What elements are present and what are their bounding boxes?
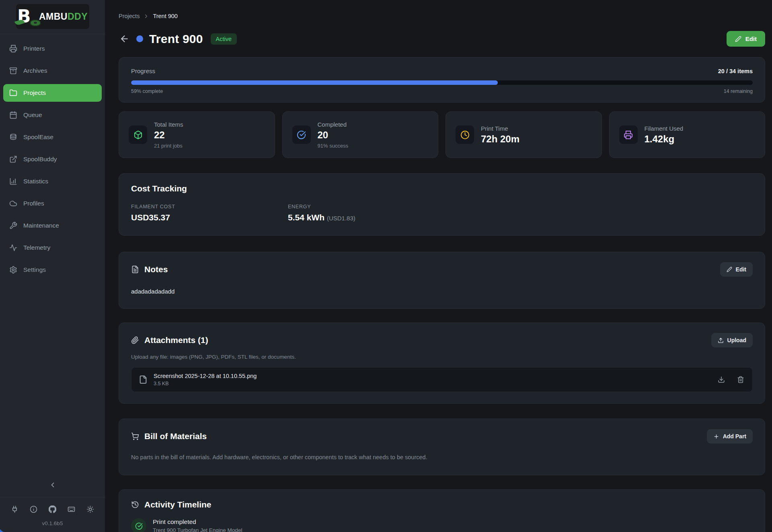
bom-empty-text: No parts in the bill of materials. Add h… xyxy=(131,454,753,460)
energy-label: ENERGY xyxy=(288,204,753,210)
stat-label: Total Items xyxy=(154,121,183,128)
sidebar-item-label: Statistics xyxy=(23,178,48,185)
stat-icon-box xyxy=(129,125,147,144)
paperclip-icon xyxy=(131,336,139,344)
back-button[interactable] xyxy=(119,33,130,45)
sidebar-item-settings[interactable]: Settings xyxy=(3,261,102,279)
sidebar-item-projects[interactable]: Projects xyxy=(3,84,102,102)
sidebar-item-spoolbuddy[interactable]: SpoolBuddy xyxy=(3,150,102,168)
sidebar-item-statistics[interactable]: Statistics xyxy=(3,173,102,190)
sidebar-item-spoolease[interactable]: SpoolEase xyxy=(3,128,102,146)
package-icon xyxy=(133,130,143,140)
attachments-title: Attachments (1) xyxy=(144,335,208,345)
sidebar-item-profiles[interactable]: Profiles xyxy=(3,195,102,212)
shopping-cart-icon xyxy=(131,432,139,440)
timeline-title: Activity Timeline xyxy=(144,500,211,509)
edit-project-button[interactable]: Edit xyxy=(727,31,765,47)
cost-tracking-title: Cost Tracking xyxy=(131,184,753,193)
stat-card-print-time: Print Time 72h 20m xyxy=(446,111,602,158)
sidebar-nav: Printers Archives Projects Queue SpoolEa… xyxy=(0,34,105,279)
edit-notes-button[interactable]: Edit xyxy=(720,262,753,277)
page-header: Trent 900 Active Edit xyxy=(119,31,765,47)
sidebar-item-archives[interactable]: Archives xyxy=(3,62,102,80)
activity-timeline-card: Activity Timeline Print completed Trent … xyxy=(119,489,765,532)
attachment-filesize: 3.5 KB xyxy=(154,381,257,386)
brand-mark-icon: B xyxy=(17,7,37,26)
stat-card-total-items: Total Items 22 21 print jobs xyxy=(119,111,275,158)
energy-block: ENERGY 5.54 kWh (USD1.83) xyxy=(288,204,753,222)
event-subtitle: Trent 900 Turbofan Jet Engine Model xyxy=(153,527,242,532)
event-icon-box xyxy=(131,518,146,532)
bill-of-materials-card: Bill of Materials Add Part No parts in t… xyxy=(119,419,765,475)
stat-card-filament-used: Filament Used 1.42kg xyxy=(609,111,766,158)
progress-remaining-text: 14 remaining xyxy=(724,88,753,94)
check-circle-icon xyxy=(135,522,143,530)
sidebar-item-label: SpoolBuddy xyxy=(23,156,57,163)
brightness-icon xyxy=(86,505,94,513)
progress-fill xyxy=(131,80,498,85)
stat-value: 20 xyxy=(318,129,349,141)
app-logo[interactable]: B AMBUDDY xyxy=(16,4,89,29)
chevron-left-icon xyxy=(49,481,57,489)
upload-icon xyxy=(718,337,724,343)
breadcrumb-projects-link[interactable]: Projects xyxy=(119,13,140,19)
add-part-button[interactable]: Add Part xyxy=(707,429,753,444)
attachment-filename[interactable]: Screenshot 2025-12-28 at 10.10.55.png xyxy=(154,373,257,379)
sidebar-item-printers[interactable]: Printers xyxy=(3,40,102,58)
sidebar-item-label: Maintenance xyxy=(23,222,59,229)
shortcuts-button[interactable] xyxy=(67,505,76,514)
pencil-icon xyxy=(727,267,732,272)
main-content: Projects Trent 900 Trent 900 Active Edit… xyxy=(105,0,772,532)
bom-title: Bill of Materials xyxy=(144,431,207,441)
sidebar-collapse-button[interactable] xyxy=(45,479,61,491)
arrow-left-icon xyxy=(119,34,129,44)
upload-button[interactable]: Upload xyxy=(711,333,753,347)
progress-label: Progress xyxy=(131,68,155,74)
stat-label: Print Time xyxy=(481,125,519,132)
sidebar-item-maintenance[interactable]: Maintenance xyxy=(3,217,102,234)
sidebar-item-label: Projects xyxy=(23,89,46,97)
pencil-icon xyxy=(735,36,741,42)
gear-icon xyxy=(9,266,17,274)
stat-sub: 91% success xyxy=(318,143,349,149)
cost-tracking-card: Cost Tracking FILAMENT COST USD35.37 ENE… xyxy=(119,173,765,236)
progress-bar xyxy=(131,80,753,85)
check-circle-icon xyxy=(297,130,306,140)
stat-sub: 21 print jobs xyxy=(154,143,183,149)
sidebar-item-label: Queue xyxy=(23,111,42,119)
archive-icon xyxy=(9,67,17,75)
sidebar-item-label: SpoolEase xyxy=(23,134,53,141)
page-title: Trent 900 xyxy=(149,32,203,46)
sidebar-item-label: Printers xyxy=(23,45,45,52)
integrations-button[interactable] xyxy=(10,505,19,514)
sidebar-item-label: Settings xyxy=(23,266,46,273)
sidebar-footer: v0.1.6b5 xyxy=(0,497,105,532)
progress-count: 20 / 34 items xyxy=(718,68,753,74)
download-attachment-button[interactable] xyxy=(717,375,726,384)
download-icon xyxy=(718,376,725,383)
stat-label: Filament Used xyxy=(645,125,684,132)
filament-cost-label: FILAMENT COST xyxy=(131,204,288,210)
attachments-hint: Upload any file: images (PNG, JPG), PDFs… xyxy=(131,354,753,360)
stats-row: Total Items 22 21 print jobs Completed 2… xyxy=(119,111,765,158)
attachments-card: Attachments (1) Upload Upload any file: … xyxy=(119,322,765,404)
delete-attachment-button[interactable] xyxy=(736,375,745,384)
sidebar-item-queue[interactable]: Queue xyxy=(3,106,102,124)
sidebar-item-telemetry[interactable]: Telemetry xyxy=(3,239,102,257)
printer-icon xyxy=(624,130,633,140)
plus-icon xyxy=(713,433,719,440)
folder-icon xyxy=(9,89,17,97)
theme-toggle-button[interactable] xyxy=(86,505,95,514)
sidebar-item-label: Telemetry xyxy=(23,244,50,251)
keyboard-icon xyxy=(68,505,75,513)
energy-cost-sub: (USD1.83) xyxy=(327,215,355,222)
github-button[interactable] xyxy=(48,505,57,514)
info-icon xyxy=(30,505,37,513)
stat-icon-box xyxy=(456,125,474,144)
about-button[interactable] xyxy=(29,505,38,514)
logo-container: B AMBUDDY xyxy=(0,0,105,34)
history-icon xyxy=(131,501,139,509)
filament-cost-block: FILAMENT COST USD35.37 xyxy=(131,204,288,222)
status-badge: Active xyxy=(211,33,237,45)
plug-icon xyxy=(11,505,18,513)
